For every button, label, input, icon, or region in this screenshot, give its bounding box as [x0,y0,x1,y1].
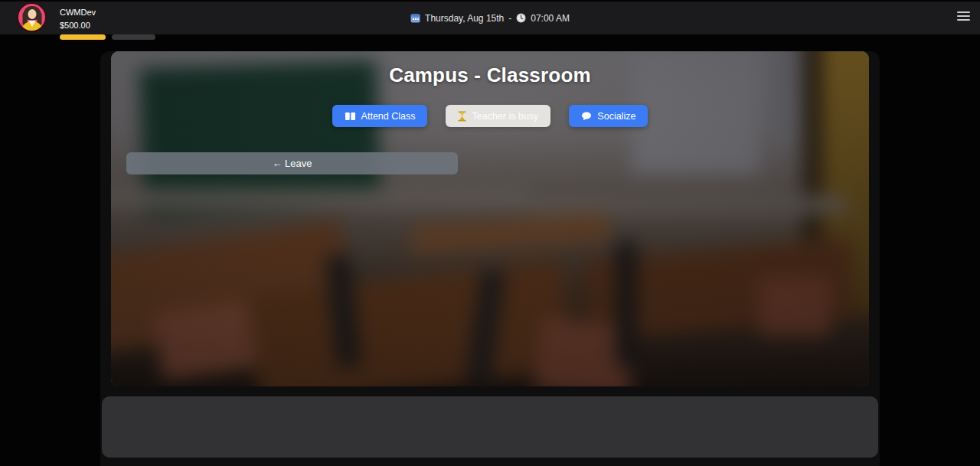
action-buttons-row: Attend Class Teacher is busy [111,105,869,127]
location-card: Campus - Classroom Attend Class [100,51,880,466]
clock-icon [516,13,526,23]
hamburger-line [957,19,970,21]
speech-bubble-icon [581,112,592,121]
top-bar: CWMDev $500.00 Thursday, Aug 15th - 07:0… [0,2,980,34]
book-icon [345,112,356,121]
classroom-scene: Campus - Classroom Attend Class [111,51,869,386]
datetime-display: Thursday, Aug 15th - 07:00 AM [410,13,570,24]
leave-label: ← Leave [272,158,312,169]
date-label: Thursday, Aug 15th [425,13,504,24]
bottom-panel [102,396,878,458]
leave-button[interactable]: ← Leave [126,152,458,174]
hamburger-line [957,11,970,13]
player-chip[interactable]: CWMDev $500.00 [17,2,155,40]
avatar-face [28,9,36,19]
money-progress-bar [60,34,106,40]
scene-content: Campus - Classroom Attend Class [111,51,869,386]
player-info: CWMDev $500.00 [60,2,155,40]
page-title: Campus - Classroom [111,64,869,87]
teacher-busy-button: Teacher is busy [446,105,550,127]
player-name: CWMDev [60,7,155,18]
secondary-progress-bar [112,34,155,40]
socialize-label: Socialize [597,111,635,122]
player-money: $500.00 [60,20,155,31]
hamburger-line [957,15,970,17]
teacher-busy-label: Teacher is busy [472,111,538,122]
datetime-separator: - [508,13,511,24]
time-label: 07:00 AM [531,13,570,24]
player-avatar[interactable] [17,2,47,32]
hamburger-menu-icon[interactable] [957,11,970,21]
player-stat-bars [60,34,155,40]
socialize-button[interactable]: Socialize [569,105,648,127]
calendar-icon [410,13,420,23]
avatar-collar [28,21,36,27]
hourglass-icon [458,111,466,122]
attend-class-button[interactable]: Attend Class [332,105,428,127]
attend-class-label: Attend Class [361,111,416,122]
